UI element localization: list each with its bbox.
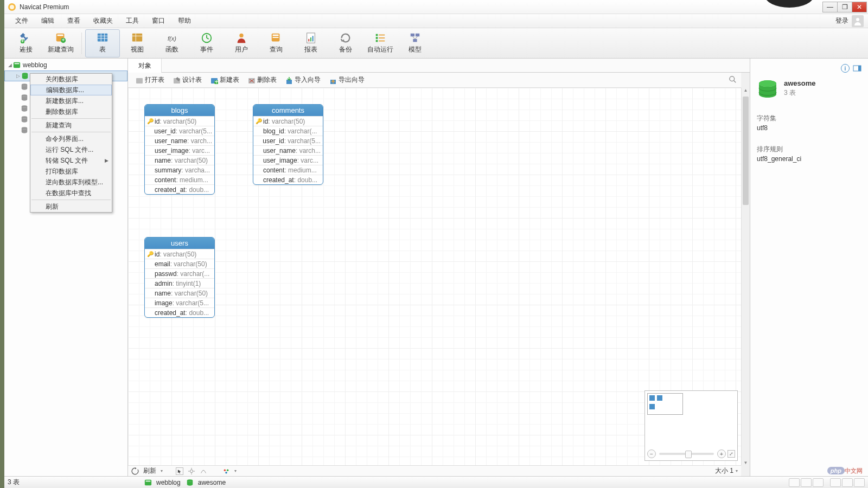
vertical-scrollbar[interactable] [741,88,750,465]
context-menu-item[interactable]: 刷新 [30,201,112,212]
table-column[interactable]: user_id: varchar(5... [145,126,214,136]
view-mode-list-icon[interactable] [801,478,812,487]
table-column[interactable]: created_at: doub... [145,307,214,317]
menu-favorites[interactable]: 收藏夹 [87,14,119,28]
link-tool-icon[interactable] [200,467,207,475]
table-column[interactable]: user_image: varc... [253,155,323,165]
subtoolbar-export-wizard-button[interactable]: 导出向导 [326,74,368,86]
zoom-in-button[interactable]: + [717,450,726,458]
table-column[interactable]: name: varchar(50) [145,155,214,165]
toolbar-connection-button[interactable]: +▾连接 [9,29,43,57]
menu-tools[interactable]: 工具 [119,14,145,28]
menu-edit[interactable]: 编辑 [35,14,61,28]
context-menu-item[interactable]: 编辑数据库... [30,85,112,95]
expand-icon[interactable]: ▷ [15,73,21,79]
toolbar-automation-button[interactable]: 自动运行 [363,29,398,57]
context-menu-item[interactable]: 命令列界面... [30,133,112,144]
subtoolbar-import-wizard-button[interactable]: 导入向导 [282,74,324,86]
color-dropdown-icon[interactable]: ▾ [234,468,237,473]
size-dropdown-icon[interactable]: ▾ [736,468,738,473]
table-comments[interactable]: comments🔑id: varchar(50)blog_id: varchar… [253,104,323,185]
table-header[interactable]: blogs [145,105,214,116]
table-column[interactable]: admin: tinyint(1) [145,278,214,288]
table-column[interactable]: user_name: varch... [253,145,323,155]
table-column[interactable]: user_image: varc... [145,145,214,155]
svg-point-67 [225,471,227,473]
toolbar-model-button[interactable]: 模型 [398,29,432,57]
table-column[interactable]: blog_id: varchar(... [253,126,323,136]
view-mode-detail-icon[interactable] [813,478,824,487]
context-menu-item[interactable]: 打印数据库 [30,166,112,177]
avatar-placeholder[interactable] [852,15,864,27]
subtoolbar-new-table-button[interactable]: +新建表 [207,74,242,86]
table-column[interactable]: email: varchar(50) [145,259,214,268]
tree-connection[interactable]: ◢ webblog [4,60,127,70]
toolbar-report-button[interactable]: 报表 [293,29,328,57]
table-column[interactable]: content: medium... [145,175,214,184]
table-header[interactable]: comments [253,105,323,116]
close-button[interactable]: ✕ [852,2,867,12]
toolbar-newquery-button[interactable]: +新建查询 [43,29,78,57]
context-menu-item[interactable]: 新建查询 [30,120,112,131]
menu-window[interactable]: 窗口 [145,14,171,28]
context-menu-item[interactable]: 新建数据库... [30,95,112,106]
minimap[interactable]: − + ⤢ [644,390,738,461]
zoom-out-button[interactable]: − [647,450,656,458]
scroll-thumb[interactable] [743,97,749,205]
table-column[interactable]: 🔑id: varchar(50) [145,116,214,126]
panel-toggle-icon[interactable] [853,64,861,73]
toolbar-table-button[interactable]: 表 [85,29,120,57]
tab-objects[interactable]: 对象 [128,59,162,73]
toolbar-query-button[interactable]: 查询 [259,29,293,57]
layout-bottom-icon[interactable] [842,478,853,487]
svg-rect-24 [273,37,279,38]
maximize-button[interactable]: ❐ [837,2,852,12]
table-column[interactable]: 🔑id: varchar(50) [253,116,323,126]
table-column[interactable]: passwd: varchar(... [145,268,214,278]
table-header[interactable]: users [145,237,214,249]
toolbar-user-button[interactable]: 用户 [224,29,259,57]
toolbar-backup-button[interactable]: 备份 [328,29,363,57]
table-column[interactable]: user_name: varch... [145,136,214,145]
refresh-label[interactable]: 刷新 [143,466,156,476]
toolbar-view-button[interactable]: 视图 [120,29,155,57]
table-column[interactable]: summary: varcha... [145,165,214,175]
menu-help[interactable]: 帮助 [171,14,197,28]
login-link[interactable]: 登录 [832,14,852,28]
view-mode-grid-icon[interactable] [789,478,800,487]
context-menu-item[interactable]: 删除数据库 [30,106,112,117]
refresh-dropdown-icon[interactable]: ▾ [161,468,163,473]
context-menu-item[interactable]: 运行 SQL 文件... [30,144,112,155]
context-menu-item[interactable]: 转储 SQL 文件▶ [30,155,112,166]
fit-button[interactable]: ⤢ [727,450,735,458]
table-column[interactable]: created_at: doub... [145,184,214,194]
collapse-icon[interactable]: ◢ [7,62,13,68]
svg-point-46 [22,116,28,118]
layout-right-icon[interactable] [854,478,865,487]
refresh-icon[interactable] [131,467,139,475]
table-column[interactable]: created_at: doub... [253,175,323,184]
move-tool-icon[interactable] [188,467,195,475]
menu-file[interactable]: 文件 [9,14,35,28]
table-column[interactable]: user_id: varchar(5... [253,136,323,145]
table-column[interactable]: image: varchar(5... [145,298,214,307]
minimize-button[interactable]: — [822,2,838,12]
table-column[interactable]: 🔑id: varchar(50) [145,249,214,259]
color-tool-icon[interactable] [222,467,230,475]
table-column[interactable]: content: medium... [253,165,323,175]
toolbar-function-button[interactable]: f(x)函数 [155,29,189,57]
context-menu-item[interactable]: 关闭数据库 [30,74,112,85]
layout-left-icon[interactable] [830,478,841,487]
table-blogs[interactable]: blogs🔑id: varchar(50)user_id: varchar(5.… [144,104,215,195]
zoom-slider[interactable] [659,453,714,455]
table-column[interactable]: name: varchar(50) [145,288,214,298]
info-icon[interactable]: i [841,64,850,73]
context-menu-item[interactable]: 逆向数据库到模型... [30,177,112,188]
toolbar-event-button[interactable]: 事件 [189,29,224,57]
svg-rect-69 [858,66,861,71]
context-menu-item[interactable]: 在数据库中查找 [30,188,112,198]
search-icon[interactable] [729,76,737,85]
table-users[interactable]: users🔑id: varchar(50)email: varchar(50)p… [144,237,215,318]
pointer-tool-icon[interactable] [176,467,183,475]
menu-view[interactable]: 查看 [61,14,87,28]
